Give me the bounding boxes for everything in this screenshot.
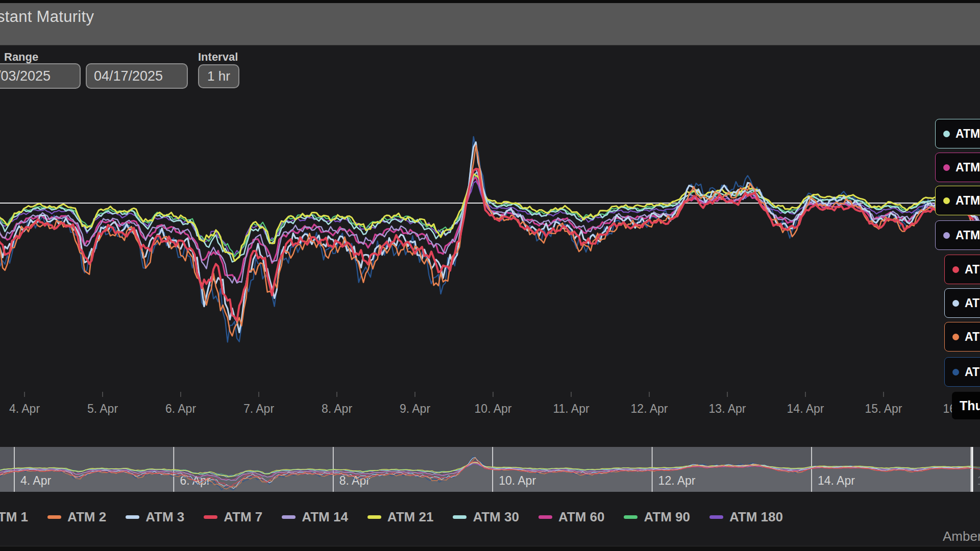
legend-marker-icon xyxy=(624,515,638,519)
navigator-canvas[interactable]: 4. Apr6. Apr8. Apr10. Apr12. Apr14. Apr1… xyxy=(0,447,980,492)
watermark: Amberdata xyxy=(943,529,980,544)
legend-item-label: ATM 21 xyxy=(387,509,434,525)
tooltip-series-box: ATM 30 xyxy=(935,119,980,148)
tooltip-series-label: ATM 21 xyxy=(955,194,980,208)
legend-marker-icon xyxy=(368,515,381,519)
legend-marker-icon xyxy=(204,515,217,519)
main-chart-plot-area[interactable] xyxy=(0,45,980,398)
navigator-axis-label: 12. Apr xyxy=(658,474,696,487)
x-axis-label: 13. Apr xyxy=(709,402,746,416)
x-axis-label: 11. Apr xyxy=(553,402,589,416)
tooltip-series-label: ATM 2 xyxy=(965,330,980,344)
legend-item-label: ATM 3 xyxy=(145,509,184,525)
x-axis-label: 10. Apr xyxy=(475,402,512,416)
x-axis-label: 4. Apr xyxy=(9,402,40,416)
main-chart-canvas xyxy=(0,45,980,398)
legend-item-atm-21[interactable]: ATM 21 xyxy=(368,509,434,525)
x-axis: 4. Apr5. Apr6. Apr7. Apr8. Apr9. Apr10. … xyxy=(0,402,980,419)
title-bar: stant Maturity xyxy=(0,3,980,45)
x-axis-label: 5. Apr xyxy=(87,402,118,416)
series-dot-icon xyxy=(952,369,959,375)
tooltip-series-label: ATM 60 xyxy=(955,161,980,174)
legend-item-atm-7[interactable]: ATM 7 xyxy=(204,509,262,525)
legend-marker-icon xyxy=(47,515,61,519)
legend-item-atm-3[interactable]: ATM 3 xyxy=(126,509,184,525)
series-line-atm-7[interactable] xyxy=(0,169,980,321)
tooltip-series-box: ATM 21 xyxy=(935,186,980,215)
x-axis-label: 9. Apr xyxy=(400,402,430,416)
series-dot-icon xyxy=(943,164,950,171)
legend-marker-icon xyxy=(126,515,139,519)
legend-marker-icon xyxy=(538,515,552,519)
tooltip-date-box: Thursday, Apr 17 xyxy=(952,392,980,419)
legend-marker-icon xyxy=(709,515,723,519)
series-dot-icon xyxy=(943,197,950,204)
x-axis-label: 8. Apr xyxy=(322,402,352,416)
navigator[interactable]: 4. Apr6. Apr8. Apr10. Apr12. Apr14. Apr1… xyxy=(0,447,980,492)
legend-marker-icon xyxy=(282,515,296,519)
x-axis-label: 7. Apr xyxy=(243,402,274,416)
legend-item-label: ATM 7 xyxy=(224,509,262,525)
x-axis-label: 6. Apr xyxy=(165,402,196,416)
legend-item-atm-90[interactable]: ATM 90 xyxy=(624,509,690,525)
app-window: stant Maturity Range Interval 1 hr 4. Ap… xyxy=(0,0,980,551)
series-legend: ATM 1ATM 2ATM 3ATM 7ATM 14ATM 21ATM 30AT… xyxy=(0,509,783,525)
x-axis-label: 14. Apr xyxy=(787,402,824,416)
series-dot-icon xyxy=(952,266,959,273)
series-line-atm-1[interactable] xyxy=(0,137,980,342)
series-line-atm-180[interactable] xyxy=(0,181,980,255)
legend-item-label: ATM 90 xyxy=(644,509,690,525)
series-line-atm-2[interactable] xyxy=(0,145,980,336)
tooltip-series-box: ATM 3 xyxy=(944,288,980,318)
series-dot-icon xyxy=(943,131,950,137)
x-axis-label: 12. Apr xyxy=(631,402,668,416)
tooltip-series-label: ATM 14 xyxy=(955,229,980,242)
legend-item-label: ATM 30 xyxy=(473,509,519,525)
tooltip-series-label: ATM 7 xyxy=(965,263,980,277)
tooltip-series-label: ATM 30 xyxy=(955,127,980,141)
chart-title: stant Maturity xyxy=(0,8,94,26)
tooltip-series-label: ATM 3 xyxy=(965,296,980,310)
navigator-axis-label: 4. Apr xyxy=(20,474,51,487)
legend-item-label: ATM 2 xyxy=(67,509,106,525)
legend-item-atm-60[interactable]: ATM 60 xyxy=(538,509,605,525)
navigator-axis-label: 10. Apr xyxy=(499,474,536,487)
tooltip-series-box: ATM 1 xyxy=(944,357,980,387)
legend-item-atm-1[interactable]: ATM 1 xyxy=(0,509,28,525)
tooltip-series-box: ATM 7 xyxy=(944,255,980,284)
navigator-axis-label: 14. Apr xyxy=(818,474,855,487)
legend-item-atm-30[interactable]: ATM 30 xyxy=(453,509,519,525)
series-dot-icon xyxy=(952,300,959,307)
tooltip-series-box: ATM 60 xyxy=(935,153,980,182)
legend-item-atm-2[interactable]: ATM 2 xyxy=(47,509,106,525)
x-axis-label: 15. Apr xyxy=(865,402,902,416)
bottom-strip xyxy=(0,546,980,551)
tooltip-series-label: ATM 1 xyxy=(965,365,980,379)
legend-item-label: ATM 60 xyxy=(558,509,605,525)
legend-marker-icon xyxy=(453,515,467,519)
navigator-mask xyxy=(973,447,980,492)
legend-item-label: ATM 180 xyxy=(729,509,783,525)
tooltip-series-box: ATM 14 xyxy=(935,220,980,250)
series-dot-icon xyxy=(952,334,959,340)
legend-item-atm-14[interactable]: ATM 14 xyxy=(282,509,348,525)
legend-item-label: ATM 1 xyxy=(0,509,28,525)
legend-item-atm-180[interactable]: ATM 180 xyxy=(709,509,783,525)
series-dot-icon xyxy=(943,232,950,239)
tooltip-series-box: ATM 2 xyxy=(944,322,980,352)
legend-item-label: ATM 14 xyxy=(302,509,348,525)
